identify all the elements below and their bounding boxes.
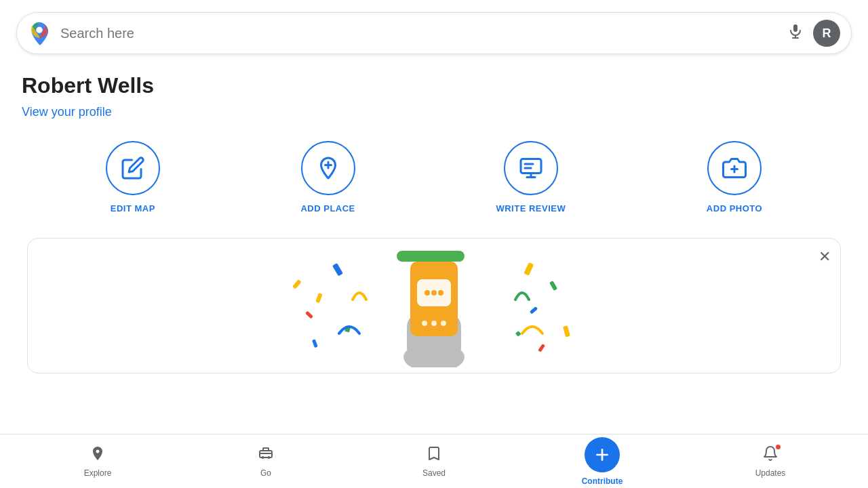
- edit-map-label: EDIT MAP: [111, 203, 155, 214]
- add-place-action[interactable]: ADD PLACE: [300, 141, 355, 214]
- actions-row: EDIT MAP ADD PLACE: [22, 141, 846, 214]
- contribute-label: Contribute: [582, 476, 623, 486]
- explore-icon: [90, 445, 106, 466]
- svg-point-36: [438, 290, 443, 296]
- edit-map-circle: [106, 141, 160, 195]
- explore-label: Explore: [84, 468, 112, 478]
- svg-point-2: [36, 27, 43, 34]
- svg-rect-3: [793, 24, 797, 32]
- nav-saved[interactable]: Saved: [350, 445, 518, 478]
- svg-point-35: [431, 290, 437, 296]
- saved-label: Saved: [422, 468, 446, 478]
- svg-rect-14: [332, 263, 343, 277]
- maps-pin-icon: [26, 20, 52, 46]
- svg-point-38: [431, 321, 437, 326]
- write-review-circle: [504, 141, 558, 195]
- svg-rect-16: [305, 310, 313, 319]
- updates-icon: [762, 445, 778, 466]
- add-place-label: ADD PLACE: [300, 203, 355, 214]
- close-card-button[interactable]: ✕: [818, 248, 831, 266]
- go-label: Go: [260, 468, 271, 478]
- svg-point-34: [425, 290, 430, 296]
- card-illustration: [28, 239, 840, 373]
- add-place-circle: [301, 141, 355, 195]
- contribute-button[interactable]: [585, 437, 620, 472]
- bottom-nav: Explore Go Saved Contri: [0, 434, 868, 488]
- user-name: Robert Wells: [22, 73, 846, 98]
- svg-rect-15: [315, 293, 322, 303]
- edit-map-action[interactable]: EDIT MAP: [106, 141, 160, 214]
- svg-point-42: [268, 456, 271, 459]
- svg-rect-24: [538, 344, 545, 352]
- svg-rect-25: [515, 331, 521, 336]
- search-input[interactable]: [60, 26, 779, 41]
- view-profile-link[interactable]: View your profile: [22, 105, 112, 119]
- svg-point-41: [262, 456, 264, 459]
- nav-updates[interactable]: Updates: [686, 445, 854, 478]
- svg-rect-19: [312, 339, 318, 348]
- nav-explore[interactable]: Explore: [14, 445, 182, 478]
- notification-badge: [774, 443, 782, 451]
- go-icon: [258, 445, 274, 466]
- user-avatar[interactable]: R: [813, 20, 840, 47]
- add-photo-label: ADD PHOTO: [707, 203, 762, 214]
- svg-point-37: [422, 321, 427, 326]
- main-content: Robert Wells View your profile EDIT MAP: [0, 54, 868, 373]
- updates-label: Updates: [755, 468, 786, 478]
- svg-rect-8: [521, 159, 541, 174]
- write-review-label: WRITE REVIEW: [496, 203, 566, 214]
- search-bar[interactable]: R: [16, 12, 852, 54]
- confetti-svg: [197, 239, 671, 367]
- microphone-icon[interactable]: [787, 23, 804, 43]
- svg-rect-23: [563, 325, 570, 337]
- add-photo-action[interactable]: ADD PHOTO: [707, 141, 762, 214]
- svg-rect-18: [292, 279, 302, 289]
- saved-icon: [426, 445, 442, 466]
- svg-rect-21: [549, 281, 557, 291]
- write-review-action[interactable]: WRITE REVIEW: [496, 141, 566, 214]
- svg-point-39: [441, 321, 446, 326]
- add-photo-circle: [707, 141, 762, 195]
- promo-card: ✕: [27, 238, 841, 373]
- svg-rect-20: [524, 262, 534, 276]
- svg-rect-22: [530, 306, 538, 314]
- svg-rect-13: [397, 251, 465, 262]
- nav-contribute[interactable]: Contribute: [518, 437, 686, 486]
- nav-go[interactable]: Go: [182, 445, 350, 478]
